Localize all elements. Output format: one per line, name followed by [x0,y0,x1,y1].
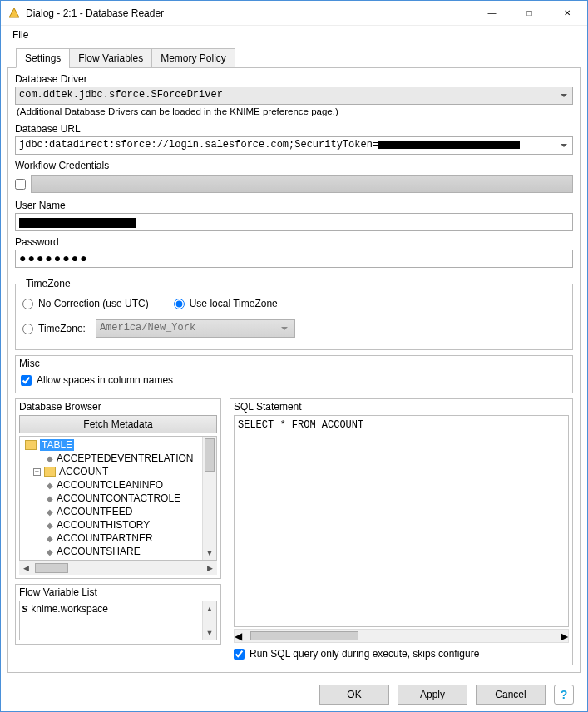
content-area: Settings Flow Variables Memory Policy Da… [1,47,587,711]
tz-use-local-radio[interactable] [174,299,185,309]
hscroll-thumb[interactable] [35,563,68,573]
database-browser-label: Database Browser [19,401,217,413]
bullet-icon: ◆ [47,521,53,530]
tab-settings[interactable]: Settings [16,48,70,68]
scroll-left-icon[interactable]: ◀ [235,630,242,642]
workflow-credentials-label: Workflow Credentials [15,160,573,171]
run-only-execute-checkbox[interactable] [234,649,245,660]
scroll-right-icon[interactable]: ▶ [203,564,217,572]
bullet-icon: ◆ [47,507,53,517]
fv-vscroll[interactable]: ▲ ▼ [202,601,216,640]
run-only-execute-row[interactable]: Run SQL query only during execute, skips… [234,646,569,661]
scroll-down-icon[interactable]: ▼ [203,625,216,640]
tree-hscroll[interactable]: ◀ ▶ [19,561,217,575]
minimize-button[interactable]: — [473,2,511,25]
table-tree[interactable]: TABLE ◆ACCEPTEDEVENTRELATION +ACCOUNT ◆A… [20,437,202,560]
sql-hscroll[interactable]: ◀ ▶ [234,629,569,643]
sql-textarea[interactable]: SELECT * FROM ACCOUNT [234,415,569,627]
run-only-execute-label: Run SQL query only during execute, skips… [250,648,479,660]
workflow-credentials-checkbox[interactable] [15,179,26,190]
bullet-icon: ◆ [47,481,53,490]
tree-item[interactable]: ◆ACCOUNTFEED [22,505,202,518]
tz-explicit-label: TimeZone: [38,323,86,334]
tz-explicit-row[interactable]: TimeZone: America/New_York [22,319,566,338]
menubar: File [1,26,587,47]
tz-no-correction-row[interactable]: No Correction (use UTC) [22,298,149,309]
scroll-down-icon[interactable]: ▼ [203,546,216,560]
maximize-button[interactable]: □ [511,2,548,25]
driver-label: Database Driver [15,73,573,85]
menu-file[interactable]: File [7,27,33,42]
password-group: Password ●●●●●●●● [15,236,573,268]
tree-vscroll[interactable]: ▲ ▼ [202,437,216,560]
tree-item-label: ACTIONLINKGROUPTEMPLATE [57,559,202,560]
tree-item-label: ACCOUNT [59,466,108,477]
tree-item-account[interactable]: +ACCOUNT [22,465,202,478]
tree-item[interactable]: ◆ACCOUNTCLEANINFO [22,478,202,492]
url-label: Database URL [15,123,573,135]
sql-hscroll-track[interactable] [242,630,561,642]
tz-select[interactable]: America/New_York [96,319,295,338]
apply-button[interactable]: Apply [398,685,467,705]
url-value-prefix: jdbc:datadirect:sforce://login.salesforc… [19,139,378,151]
scroll-up-icon[interactable]: ▲ [203,601,216,616]
hscroll-track[interactable] [33,561,203,575]
tz-use-local-row[interactable]: Use local TimeZone [174,298,278,309]
database-browser-panel: Database Browser Fetch Metadata TABLE ◆A… [15,398,221,579]
url-combo[interactable]: jdbc:datadirect:sforce://login.salesforc… [15,136,573,155]
tree-item[interactable]: ◆ACCEPTEDEVENTRELATION [22,452,202,465]
allow-spaces-label: Allow spaces in column names [37,374,173,386]
tree-item[interactable]: ◆ACCOUNTHISTORY [22,518,202,532]
tree-item[interactable]: ◆ACCOUNTSHARE [22,545,202,558]
sql-label: SQL Statement [234,401,569,413]
username-group: User Name [15,200,573,231]
sql-hscroll-thumb[interactable] [250,631,358,640]
tab-memory-policy[interactable]: Memory Policy [151,48,235,68]
flow-variable-name: knime.workspace [31,603,108,615]
scroll-thumb[interactable] [205,438,215,472]
tab-flow-variables[interactable]: Flow Variables [69,48,152,68]
tz-use-local-label: Use local TimeZone [190,298,278,309]
driver-group: Database Driver com.ddtek.jdbc.sforce.SF… [15,73,573,118]
password-field[interactable]: ●●●●●●●● [15,250,573,268]
tree-item[interactable]: ◆ACCOUNTCONTACTROLE [22,492,202,505]
tz-selected: America/New_York [100,322,195,334]
workflow-credentials-combo[interactable] [31,175,573,193]
ok-button[interactable]: OK [319,685,389,705]
tree-root[interactable]: TABLE [22,438,202,452]
scroll-left-icon[interactable]: ◀ [19,564,33,572]
driver-combo[interactable]: com.ddtek.jdbc.sforce.SForceDriver [15,87,573,105]
tz-no-correction-radio[interactable] [22,299,33,309]
bullet-icon: ◆ [47,494,53,503]
timezone-legend: TimeZone [22,278,74,289]
flow-variable-item[interactable]: S knime.workspace [22,603,200,615]
window-title: Dialog - 2:1 - Database Reader [26,7,473,19]
allow-spaces-row[interactable]: Allow spaces in column names [21,373,567,388]
cancel-button[interactable]: Cancel [476,685,546,705]
fetch-metadata-button[interactable]: Fetch Metadata [19,415,217,433]
help-button[interactable]: ? [554,685,574,705]
right-column: SQL Statement SELECT * FROM ACCOUNT ◀ ▶ … [230,398,573,665]
tree-item-label: ACCOUNTCLEANINFO [57,479,163,491]
allow-spaces-checkbox[interactable] [21,375,32,386]
tree-item-label: ACCEPTEDEVENTRELATION [57,452,193,464]
expander-icon[interactable]: + [33,468,41,476]
workflow-credentials-group: Workflow Credentials [15,160,573,195]
tree-item-label: ACCOUNTPARTNER [57,532,153,544]
dialog-window: Dialog - 2:1 - Database Reader — □ ✕ Fil… [0,0,588,712]
tree-item[interactable]: ◆ACCOUNTPARTNER [22,532,202,545]
username-field[interactable] [15,213,573,231]
bullet-icon: ◆ [47,454,53,463]
lower-row: Database Browser Fetch Metadata TABLE ◆A… [15,398,573,665]
tree-item[interactable]: ◆ACTIONLINKGROUPTEMPLATE [22,558,202,560]
tz-explicit-radio[interactable] [22,324,33,334]
close-button[interactable]: ✕ [548,2,586,25]
timezone-group: TimeZone No Correction (use UTC) Use loc… [15,278,573,350]
folder-icon [44,467,56,477]
password-label: Password [15,236,573,248]
driver-note: (Additional Database Drivers can be load… [15,105,573,118]
tree-item-label: ACCOUNTHISTORY [57,519,150,531]
url-group: Database URL jdbc:datadirect:sforce://lo… [15,123,573,155]
scroll-right-icon[interactable]: ▶ [561,630,568,642]
flow-variable-list: S knime.workspace ▲ ▼ [19,601,217,640]
